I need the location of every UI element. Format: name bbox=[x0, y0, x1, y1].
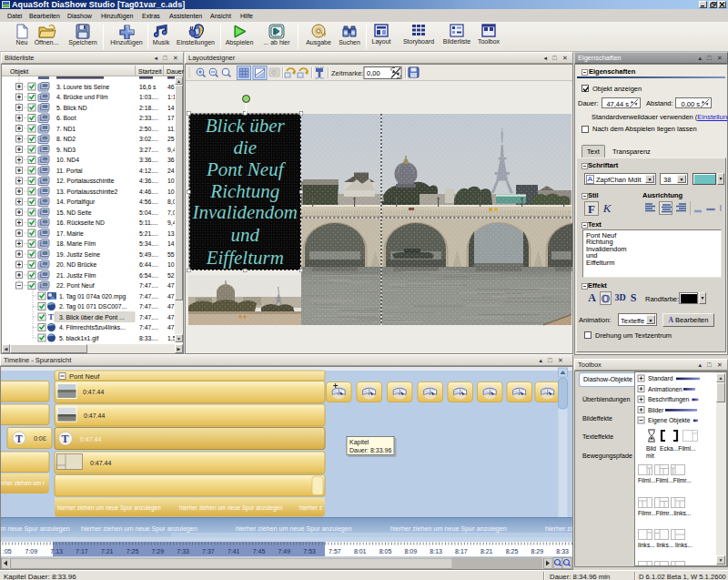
svg-text:19. Justiz Seine: 19. Justiz Seine bbox=[56, 251, 100, 258]
svg-text:3. Louvre bis Seine: 3. Louvre bis Seine bbox=[56, 84, 109, 90]
svg-text:1:03....: 1:03.... bbox=[139, 94, 158, 100]
svg-text:Ecka...Filml...: Ecka...Filml... bbox=[660, 445, 696, 452]
svg-text:6. Boot: 6. Boot bbox=[56, 115, 76, 121]
svg-text:13. Portalausschintte2: 13. Portalausschintte2 bbox=[56, 188, 117, 195]
svg-text:Invalidendom: Invalidendom bbox=[192, 201, 298, 223]
svg-text:5:21....: 5:21.... bbox=[139, 230, 158, 237]
svg-text:mit: mit bbox=[646, 453, 654, 459]
svg-text:T: T bbox=[48, 312, 54, 321]
svg-text:T: T bbox=[62, 432, 69, 445]
svg-text:0:47.44: 0:47.44 bbox=[80, 436, 101, 443]
svg-text:Blick über: Blick über bbox=[206, 115, 286, 137]
svg-text:2:18....: 2:18.... bbox=[139, 105, 158, 111]
svg-text:10. ND4: 10. ND4 bbox=[56, 157, 79, 163]
svg-text:1. Tag 01 074a 020.mpg: 1. Tag 01 074a 020.mpg bbox=[59, 293, 126, 300]
svg-text:Eiffelturm: Eiffelturm bbox=[206, 247, 284, 269]
svg-text:8:05: 8:05 bbox=[379, 548, 392, 555]
svg-text:5:34....: 5:34.... bbox=[139, 240, 158, 247]
svg-text:Kapitel: Kapitel bbox=[349, 439, 369, 446]
svg-text:8:17: 8:17 bbox=[455, 548, 468, 555]
svg-text:8:29: 8:29 bbox=[531, 548, 544, 555]
svg-text:8:25: 8:25 bbox=[506, 548, 519, 555]
svg-text:21. Justiz Film: 21. Justiz Film bbox=[56, 272, 96, 279]
svg-text:7:47....: 7:47.... bbox=[139, 293, 158, 300]
svg-text:14. Portalfigur: 14. Portalfigur bbox=[56, 198, 96, 206]
svg-text:4:12....: 4:12.... bbox=[139, 168, 158, 174]
svg-text:5. Blick ND: 5. Blick ND bbox=[56, 105, 87, 111]
svg-text:4. Brücke und Film: 4. Brücke und Film bbox=[56, 94, 108, 100]
svg-text:16,6 s: 16,6 s bbox=[139, 84, 157, 90]
svg-text:3. Blick über die Pont ...: 3. Blick über die Pont ... bbox=[59, 314, 125, 321]
svg-text:18. Marie Film: 18. Marie Film bbox=[56, 240, 96, 247]
svg-text:7:25: 7:25 bbox=[126, 548, 139, 555]
svg-text:22. Pont Neuf: 22. Pont Neuf bbox=[56, 282, 95, 289]
svg-text:7:47....: 7:47.... bbox=[139, 282, 158, 289]
svg-text:4. Filmrechts5zu4links...: 4. Filmrechts5zu4links... bbox=[59, 324, 126, 331]
svg-text:Richtung: Richtung bbox=[209, 180, 279, 202]
svg-text:8. ND2: 8. ND2 bbox=[56, 136, 76, 142]
svg-text:0:47.44: 0:47.44 bbox=[83, 389, 104, 395]
svg-text:3:36....: 3:36.... bbox=[139, 157, 158, 163]
svg-text:4:56....: 4:56.... bbox=[139, 198, 158, 205]
svg-text:Eigene Objekte: Eigene Objekte bbox=[648, 417, 691, 424]
svg-text:7:57: 7:57 bbox=[329, 548, 341, 555]
svg-text:Dauer: 8:33.96: Dauer: 8:33.96 bbox=[349, 447, 391, 453]
svg-text:7:33: 7:33 bbox=[177, 548, 189, 555]
svg-text:T: T bbox=[15, 433, 23, 444]
svg-text:links... links... links...: links... links... links... bbox=[638, 542, 693, 548]
svg-text:7. ND1: 7. ND1 bbox=[56, 126, 76, 132]
svg-text:20. ND Brücke: 20. ND Brücke bbox=[56, 261, 96, 268]
svg-text:7:09: 7:09 bbox=[25, 548, 38, 555]
svg-text:0:47.44: 0:47.44 bbox=[84, 412, 105, 419]
svg-text:8:33....: 8:33.... bbox=[139, 335, 158, 341]
svg-text:hierher ziehen um neue Spur an: hierher ziehen um neue Spur anzulegen bbox=[81, 524, 197, 533]
svg-text:5:49....: 5:49.... bbox=[139, 251, 158, 258]
svg-text:7:29: 7:29 bbox=[152, 548, 165, 555]
svg-text:Filmr...Filmr...links...: Filmr...Filmr...links... bbox=[638, 510, 691, 516]
svg-text:7:49: 7:49 bbox=[278, 548, 291, 555]
svg-text:Pont Neuf: Pont Neuf bbox=[69, 372, 100, 381]
svg-text:9. ND3: 9. ND3 bbox=[56, 147, 76, 153]
svg-text:und: und bbox=[231, 224, 260, 246]
svg-text:4:46....: 4:46.... bbox=[139, 188, 158, 195]
svg-text:8:09: 8:09 bbox=[405, 548, 418, 555]
svg-text:Bild: Bild bbox=[646, 445, 656, 452]
svg-text:Zeitmarke:: Zeitmarke: bbox=[331, 69, 363, 77]
svg-text:2. Tag 01 071 DSC007...: 2. Tag 01 071 DSC007... bbox=[59, 303, 126, 310]
svg-text:7:53: 7:53 bbox=[303, 548, 316, 555]
svg-text:5:11....: 5:11.... bbox=[139, 219, 157, 226]
svg-text:3:02....: 3:02.... bbox=[139, 136, 158, 142]
svg-text:Filml...Filml...Filmr...: Filml...Filml...Filmr... bbox=[638, 477, 692, 483]
svg-text:0,00: 0,00 bbox=[367, 69, 380, 77]
svg-text:7:41: 7:41 bbox=[228, 548, 240, 555]
svg-text:Standard: Standard bbox=[648, 375, 673, 382]
svg-text:hierher ziehen um neue Spur an: hierher ziehen um neue Spur anzulegen bbox=[545, 524, 572, 533]
svg-text:16. Rückseite ND: 16. Rückseite ND bbox=[56, 219, 105, 226]
svg-text:hierher ziehen um neue Spur an: hierher ziehen um neue Spur anzulegen bbox=[1, 524, 70, 533]
svg-text:12. Portalausschintte: 12. Portalausschintte bbox=[56, 178, 115, 184]
svg-text:6:44....: 6:44.... bbox=[139, 261, 158, 268]
svg-text:7:47....: 7:47.... bbox=[139, 303, 158, 310]
svg-text:7:13: 7:13 bbox=[50, 548, 63, 555]
svg-text:2:50....: 2:50.... bbox=[139, 126, 158, 132]
svg-text:15. ND Seite: 15. ND Seite bbox=[56, 209, 92, 216]
svg-text:5. black1x1.gif: 5. black1x1.gif bbox=[59, 335, 99, 342]
svg-text:hierher ziehen um neue Spur an: hierher ziehen um neue Spur anzulegen bbox=[179, 504, 283, 512]
svg-text:Bilder: Bilder bbox=[648, 407, 664, 413]
svg-text:8:13: 8:13 bbox=[430, 548, 442, 555]
svg-text:4:36....: 4:36.... bbox=[139, 178, 158, 184]
svg-text:2:33....: 2:33.... bbox=[139, 115, 158, 121]
svg-text:7:21: 7:21 bbox=[101, 548, 114, 555]
svg-text:6:54....: 6:54.... bbox=[139, 272, 158, 279]
svg-text:17. Mairie: 17. Mairie bbox=[56, 230, 84, 237]
svg-text:hierher ziehen um neue Spur an: hierher ziehen um neue Spur anzulegen bbox=[390, 524, 507, 533]
svg-text:8:21: 8:21 bbox=[480, 548, 493, 555]
svg-text::05: :05 bbox=[3, 548, 12, 555]
svg-text:7:47....: 7:47.... bbox=[139, 324, 158, 331]
svg-text:7:17: 7:17 bbox=[76, 548, 88, 555]
svg-text:Beschriftungen: Beschriftungen bbox=[648, 396, 690, 403]
svg-text:die: die bbox=[233, 137, 257, 158]
svg-text:hierher ziehen um neue Spur an: hierher ziehen um neue Spur anzulegen bbox=[57, 504, 161, 512]
svg-text:0:47.44: 0:47.44 bbox=[90, 460, 111, 466]
svg-text:0:0Ɛ: 0:0Ɛ bbox=[34, 435, 46, 442]
